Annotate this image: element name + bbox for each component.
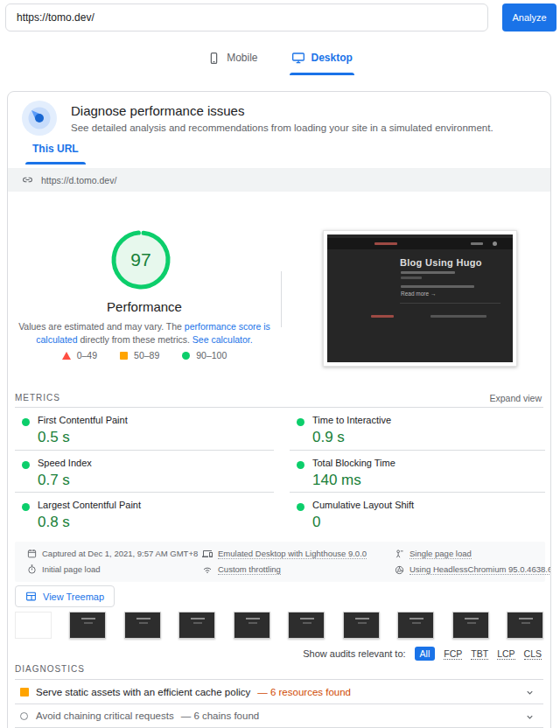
- filmstrip-frame: [69, 612, 106, 639]
- pass-dot-icon: [297, 503, 304, 511]
- metric-value: 0.7 s: [38, 472, 274, 489]
- metric-total-blocking-time: Total Blocking Time 140 ms: [290, 450, 545, 492]
- info-circle-icon: [20, 712, 28, 720]
- metric-value: 0.8 s: [38, 514, 274, 531]
- runtime-captured-text: Captured at Dec 1, 2021, 9:57 AM GMT+8: [42, 549, 198, 558]
- audit-chip-fcp[interactable]: FCP: [444, 648, 462, 660]
- pass-dot-icon: [22, 461, 30, 469]
- site-nav-placeholder: [471, 242, 483, 245]
- filmstrip-frame: [234, 612, 270, 639]
- metric-label: Largest Contentful Paint: [38, 500, 274, 510]
- runtime-page-load: Single page load: [395, 549, 472, 559]
- site-tag-placeholder: [401, 276, 422, 279]
- audit-filter: Show audits relevant to: All FCP TBT LCP…: [303, 647, 542, 661]
- site-excerpt-placeholder: [401, 285, 474, 288]
- filmstrip: [15, 612, 543, 640]
- stopwatch-icon: [27, 564, 37, 574]
- metric-value: 140 ms: [312, 472, 545, 489]
- performance-score-value: 97: [110, 229, 172, 290]
- tab-mobile-label: Mobile: [227, 52, 257, 64]
- diagnostic-row-critical-requests[interactable]: Avoid chaining critical requests — 6 cha…: [15, 704, 543, 728]
- runtime-browser: Using HeadlessChromium 95.0.4638.69 with…: [395, 564, 551, 575]
- see-calculator-link[interactable]: See calculator.: [192, 334, 253, 345]
- warning-square-icon: [20, 688, 29, 696]
- tab-mobile[interactable]: Mobile: [207, 51, 257, 77]
- chevron-down-icon[interactable]: [525, 712, 535, 722]
- metric-first-contentful-paint: First Contentful Paint 0.5 s: [15, 408, 274, 450]
- diagnostic-detail: — 6 chains found: [181, 710, 260, 721]
- metrics-heading: METRICS: [15, 393, 60, 402]
- legend-fail-range: 0–49: [77, 350, 97, 360]
- diagnostic-detail: — 6 resources found: [257, 687, 351, 697]
- metric-time-to-interactive: Time to Interactive 0.9 s: [290, 408, 545, 450]
- legend-average-range: 50–89: [134, 350, 159, 360]
- chrome-icon: [395, 565, 404, 575]
- metric-label: First Contentful Paint: [38, 415, 274, 425]
- site-meta-placeholder: [401, 271, 455, 274]
- metric-label: Total Blocking Time: [312, 458, 545, 468]
- fail-triangle-icon: [62, 352, 71, 360]
- legend-fail: 0–49: [62, 350, 97, 360]
- page-load-icon: [395, 550, 404, 559]
- tab-desktop[interactable]: Desktop: [291, 51, 353, 77]
- vertical-divider: [281, 271, 282, 327]
- view-treemap-label: View Treemap: [43, 592, 104, 602]
- audit-chip-all[interactable]: All: [415, 647, 436, 661]
- runtime-throttling-text[interactable]: Custom throttling: [218, 564, 281, 575]
- filmstrip-frame: [397, 612, 434, 639]
- audit-chip-cls[interactable]: CLS: [524, 648, 542, 660]
- filmstrip-frame: [507, 612, 543, 639]
- report-card: Diagnose performance issues See detailed…: [7, 91, 551, 728]
- site-footer-logo-placeholder: [371, 315, 394, 318]
- diagnostics-list: Serve static assets with an efficient ca…: [15, 679, 543, 728]
- filmstrip-frame: [452, 612, 489, 639]
- runtime-settings-box: Captured at Dec 1, 2021, 9:57 AM GMT+8 I…: [15, 542, 545, 582]
- performance-category-label: Performance: [8, 299, 281, 314]
- filmstrip-frame: [15, 612, 52, 639]
- tab-this-url[interactable]: This URL: [25, 143, 86, 165]
- device-tabs: Mobile Desktop: [0, 51, 560, 77]
- metric-value: 0: [312, 514, 545, 531]
- view-treemap-button[interactable]: View Treemap: [15, 585, 115, 607]
- filmstrip-frame: [288, 612, 325, 639]
- metric-speed-index: Speed Index 0.7 s: [15, 450, 274, 492]
- pass-dot-icon: [22, 503, 30, 511]
- wifi-icon: [202, 564, 213, 575]
- site-preview-title: Blog Using Hugo: [400, 257, 482, 268]
- pass-circle-icon: [182, 352, 190, 360]
- audit-chip-lcp[interactable]: LCP: [497, 648, 514, 660]
- runtime-emulated-device-text[interactable]: Emulated Desktop with Lighthouse 9.0.0: [218, 549, 367, 559]
- analyze-button[interactable]: Analyze: [502, 4, 556, 32]
- diagnostic-title: Avoid chaining critical requests: [36, 710, 174, 721]
- filmstrip-frame: [343, 612, 380, 639]
- disclaimer-text: Values are estimated and may vary. The: [18, 321, 185, 332]
- site-divider: [400, 303, 500, 304]
- score-legend: 0–49 50–89 90–100: [8, 350, 281, 360]
- diagnostic-title: Serve static assets with an efficient ca…: [36, 687, 250, 697]
- performance-score-gauge: 97: [110, 229, 172, 290]
- runtime-browser-text[interactable]: Using HeadlessChromium 95.0.4638.69 with…: [410, 564, 551, 575]
- site-read-more-label: Read more →: [401, 290, 436, 297]
- final-screenshot: Blog Using Hugo Read more →: [323, 230, 517, 367]
- diagnostic-row-cache-policy[interactable]: Serve static assets with an efficient ca…: [15, 679, 543, 704]
- legend-average: 50–89: [120, 350, 159, 360]
- metric-value: 0.9 s: [312, 429, 545, 446]
- audit-filter-label: Show audits relevant to:: [303, 648, 405, 659]
- disclaimer-text: directly from these metrics.: [78, 334, 192, 345]
- score-disclaimer: Values are estimated and may vary. The p…: [18, 320, 270, 346]
- chevron-down-icon[interactable]: [525, 688, 535, 697]
- runtime-initial-load-text: Initial page load: [42, 564, 101, 574]
- runtime-page-load-text[interactable]: Single page load: [410, 549, 472, 559]
- section-title: Diagnose performance issues: [71, 103, 244, 118]
- audit-chip-tbt[interactable]: TBT: [471, 648, 488, 660]
- url-input[interactable]: [5, 4, 488, 32]
- tab-desktop-label: Desktop: [312, 52, 353, 64]
- metric-largest-contentful-paint: Largest Contentful Paint 0.8 s: [15, 492, 274, 534]
- site-footer-text-placeholder: [430, 315, 486, 318]
- filmstrip-frame: [124, 612, 161, 639]
- pass-dot-icon: [297, 461, 304, 469]
- runtime-initial-load: Initial page load: [27, 564, 101, 574]
- desktop-monitor-icon: [291, 51, 305, 65]
- metric-value: 0.5 s: [38, 429, 274, 446]
- expand-view-link[interactable]: Expand view: [489, 393, 542, 403]
